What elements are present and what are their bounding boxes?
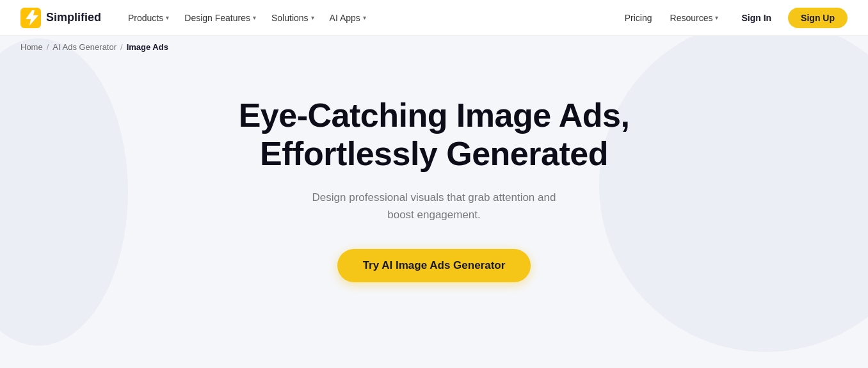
main-nav: Simplified Products ▾ Design Features ▾ … bbox=[0, 0, 868, 36]
signin-button[interactable]: Sign In bbox=[730, 8, 783, 28]
hero-title: Eye-Catching Image Ads, Effortlessly Gen… bbox=[216, 97, 652, 173]
breadcrumb-home[interactable]: Home bbox=[20, 42, 43, 52]
signup-button[interactable]: Sign Up bbox=[788, 8, 848, 28]
breadcrumb-sep-2: / bbox=[120, 42, 123, 52]
breadcrumb-current: Image Ads bbox=[127, 42, 168, 52]
chevron-down-icon: ▾ bbox=[253, 14, 256, 21]
nav-item-products[interactable]: Products ▾ bbox=[122, 9, 175, 27]
nav-item-resources[interactable]: Resources ▾ bbox=[664, 9, 725, 27]
chevron-down-icon: ▾ bbox=[363, 14, 366, 21]
breadcrumb-parent[interactable]: AI Ads Generator bbox=[52, 42, 117, 52]
logo-text: Simplified bbox=[46, 11, 101, 24]
hero-section: Eye-Catching Image Ads, Effortlessly Gen… bbox=[0, 58, 868, 282]
breadcrumb: Home / AI Ads Generator / Image Ads bbox=[0, 36, 868, 58]
nav-item-design-features[interactable]: Design Features ▾ bbox=[178, 9, 262, 27]
nav-links: Products ▾ Design Features ▾ Solutions ▾… bbox=[122, 9, 618, 27]
nav-item-ai-apps[interactable]: AI Apps ▾ bbox=[323, 9, 373, 27]
logo-link[interactable]: Simplified bbox=[20, 8, 101, 28]
chevron-down-icon: ▾ bbox=[311, 14, 314, 21]
chevron-down-icon: ▾ bbox=[166, 14, 169, 21]
nav-right: Pricing Resources ▾ Sign In Sign Up bbox=[618, 8, 848, 28]
chevron-down-icon: ▾ bbox=[715, 14, 718, 21]
logo-icon bbox=[20, 8, 41, 28]
hero-subtitle: Design professional visuals that grab at… bbox=[300, 189, 568, 223]
nav-item-pricing[interactable]: Pricing bbox=[618, 9, 659, 27]
cta-button[interactable]: Try AI Image Ads Generator bbox=[337, 249, 531, 282]
breadcrumb-sep-1: / bbox=[47, 42, 49, 52]
nav-item-solutions[interactable]: Solutions ▾ bbox=[265, 9, 321, 27]
